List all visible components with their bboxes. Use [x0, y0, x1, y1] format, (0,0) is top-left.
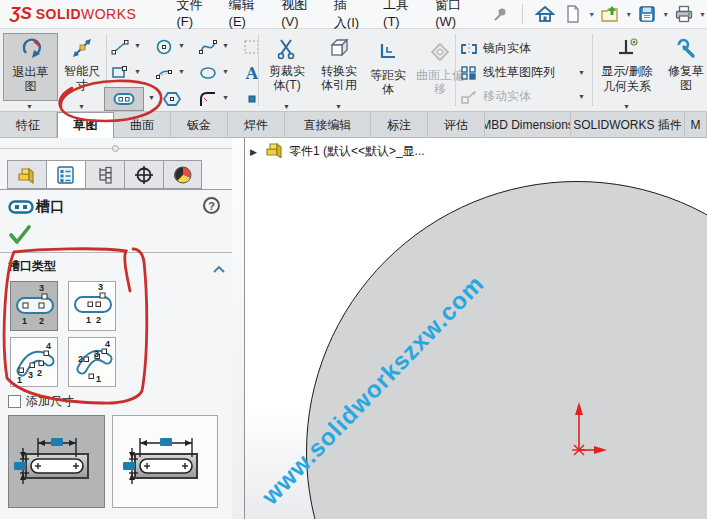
tab-cut-off[interactable]: M: [685, 112, 707, 138]
exit-sketch-label: 退出草图: [9, 65, 53, 93]
toolbar-separator: [522, 4, 523, 24]
mirror-entities-label: 镜向实体: [483, 40, 531, 57]
arc-flyout[interactable]: ▼: [178, 68, 185, 75]
fillet-flyout[interactable]: ▼: [222, 94, 229, 101]
tab-weldments[interactable]: 焊件: [228, 112, 285, 138]
solidworks-logo: ƷSSOLIDWORKS: [10, 4, 136, 24]
tab-sheet-metal[interactable]: 钣金: [171, 112, 228, 138]
arc-icon[interactable]: [152, 62, 176, 84]
tab-solidworks-addins[interactable]: SOLIDWORKS 插件: [571, 112, 685, 138]
repair-sketch-button[interactable]: 修复草图: [662, 33, 707, 101]
polygon-icon[interactable]: [160, 88, 184, 110]
center-to-center-style-button[interactable]: [8, 415, 105, 508]
rectangle-icon[interactable]: [108, 62, 132, 84]
convert-entities-flyout[interactable]: ▼: [335, 103, 342, 110]
tab-direct-editing[interactable]: 直接编辑: [285, 112, 371, 138]
mirror-entities-button[interactable]: 镜向实体: [460, 40, 531, 57]
repair-sketch-icon: [674, 36, 698, 63]
exit-sketch-flyout[interactable]: ▼: [26, 103, 33, 110]
circle-icon[interactable]: [152, 36, 176, 58]
line-flyout[interactable]: ▼: [134, 42, 141, 49]
print-icon[interactable]: [673, 3, 695, 25]
ellipse-flyout[interactable]: ▼: [222, 68, 229, 75]
centerpoint-straight-slot-button[interactable]: 3 1 2: [68, 281, 116, 331]
tab-evaluate[interactable]: 评估: [428, 112, 485, 138]
display-delete-relations-label1: 显示/删除: [601, 64, 652, 78]
save-icon[interactable]: [636, 3, 658, 25]
point-label: 2: [78, 355, 83, 364]
smart-dimension-button[interactable]: 智能尺寸: [60, 33, 104, 101]
open-dropdown[interactable]: ▼: [625, 11, 632, 18]
move-entities-label: 移动实体: [483, 88, 531, 105]
display-delete-relations-button[interactable]: 显示/删除 几何关系: [596, 33, 658, 101]
print-dropdown[interactable]: ▼: [699, 11, 706, 18]
line-icon[interactable]: [108, 36, 132, 58]
rectangle-flyout[interactable]: ▼: [134, 68, 141, 75]
tab-mbd-dimensions[interactable]: MBD Dimensions: [485, 112, 571, 138]
pin-icon[interactable]: [489, 3, 511, 25]
new-document-dropdown[interactable]: ▼: [588, 11, 595, 18]
save-dropdown[interactable]: ▼: [662, 11, 669, 18]
propertymanager-tab[interactable]: [46, 160, 85, 189]
svg-text:A: A: [245, 64, 259, 82]
fillet-icon[interactable]: [196, 88, 220, 110]
point-label: 4: [46, 342, 51, 351]
convert-entities-button[interactable]: 转换实体引用: [314, 33, 364, 101]
text-icon[interactable]: A: [240, 62, 264, 84]
spline-flyout[interactable]: ▼: [222, 42, 229, 49]
tree-item-label: 零件1 (默认<<默认>_显...: [289, 143, 425, 160]
point-label: 1: [96, 375, 101, 384]
offset-entities-button[interactable]: 等距实体: [366, 37, 410, 101]
smart-dimension-flyout[interactable]: ▼: [78, 103, 85, 110]
display-delete-relations-icon: [615, 36, 639, 63]
instant2d-icon[interactable]: [240, 36, 264, 58]
slot-icon[interactable]: [104, 87, 144, 111]
point-label: 1: [86, 316, 91, 325]
convert-entities-icon: [327, 36, 351, 63]
trim-entities-flyout[interactable]: ▼: [283, 103, 290, 110]
slot-flyout[interactable]: ▼: [148, 94, 155, 101]
sketch-origin: [557, 400, 609, 462]
new-document-icon[interactable]: [562, 3, 584, 25]
tree-expand-icon[interactable]: ▶: [250, 147, 257, 157]
point-label: 1: [17, 376, 22, 385]
panel-viewport-gap: [232, 138, 244, 519]
tab-sketch[interactable]: 草图: [57, 112, 114, 138]
ellipse-icon[interactable]: [196, 62, 220, 84]
home-icon[interactable]: [534, 3, 556, 25]
panel-collapse-handle[interactable]: [112, 145, 119, 152]
help-icon[interactable]: ?: [203, 197, 220, 214]
graphics-viewport[interactable]: ▶ 零件1 (默认<<默认>_显... www.solidworkszxw.co…: [244, 138, 707, 519]
featuremanager-tab[interactable]: [7, 160, 46, 189]
display-delete-relations-flyout[interactable]: ▼: [623, 103, 630, 110]
add-dimensions-row: 添加尺寸: [8, 393, 74, 410]
dimxpertmanager-tab[interactable]: [124, 160, 163, 189]
linear-pattern-flyout[interactable]: ▼: [578, 69, 585, 76]
feature-tree-item[interactable]: ▶ 零件1 (默认<<默认>_显...: [250, 141, 425, 162]
part-circular-face[interactable]: [306, 181, 707, 519]
spline-icon[interactable]: [196, 36, 220, 58]
ribbon-separator: [455, 34, 456, 106]
tab-annotation[interactable]: 标注: [371, 112, 428, 138]
open-icon[interactable]: [599, 3, 621, 25]
add-dimensions-checkbox[interactable]: [8, 395, 21, 408]
displaymanager-tab[interactable]: [163, 160, 202, 189]
group-collapse-chevron[interactable]: [212, 260, 226, 278]
linear-pattern-button[interactable]: 线性草图阵列: [460, 64, 555, 81]
exit-sketch-button[interactable]: 退出草图: [3, 33, 58, 101]
ok-checkmark-button[interactable]: [8, 224, 32, 250]
three-point-arc-slot-button[interactable]: 1 3 2 4: [10, 337, 58, 387]
tab-surfaces[interactable]: 曲面: [114, 112, 171, 138]
move-entities-flyout[interactable]: ▼: [578, 93, 585, 100]
trim-entities-button[interactable]: 剪裁实体(T): [262, 33, 312, 101]
tab-features[interactable]: 特征: [0, 112, 57, 138]
straight-slot-button[interactable]: 3 1 2: [10, 281, 58, 331]
repair-sketch-label: 修复草图: [666, 64, 706, 92]
circle-flyout[interactable]: ▼: [178, 42, 185, 49]
configurationmanager-tab[interactable]: [85, 160, 124, 189]
quick-access-toolbar: ▼ ▼ ▼ ▼: [486, 3, 707, 25]
overall-length-style-button[interactable]: [112, 415, 218, 508]
solidworks-window: ƷSSOLIDWORKS 文件(F) 编辑(E) 视图(V) 插入(I) 工具(…: [0, 0, 707, 519]
point-icon[interactable]: [240, 88, 264, 110]
centerpoint-arc-slot-button[interactable]: 2 3 4 1: [68, 337, 116, 387]
